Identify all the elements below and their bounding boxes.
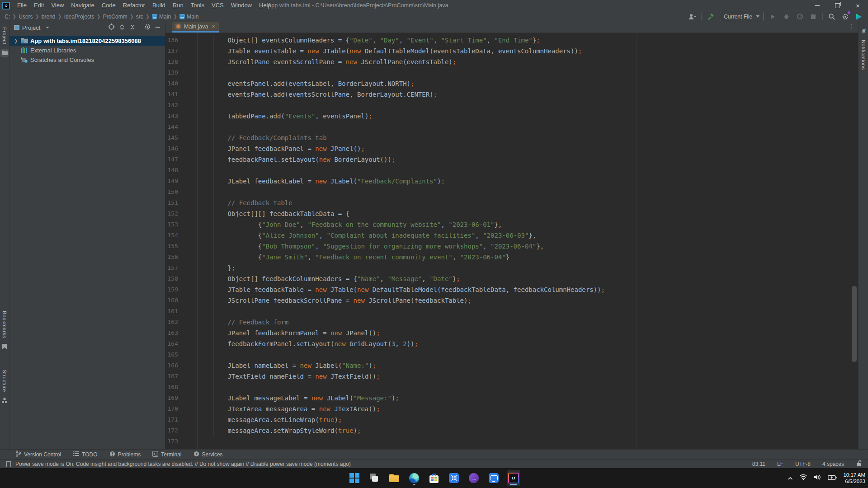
code-editor[interactable]: 136 Object[] eventsColumnHeaders = {"Dat… xyxy=(165,33,858,449)
stripe-project-button[interactable]: Project xyxy=(0,27,9,57)
breadcrumb-item-procomm[interactable]: ProComm xyxy=(102,14,128,20)
code-line-text: feedbackFormPanel.setLayout(new GridLayo… xyxy=(197,338,418,349)
chevron-down-icon xyxy=(46,27,49,28)
line-separator-widget[interactable]: LF xyxy=(777,461,783,467)
run-configuration-select[interactable]: Current File xyxy=(720,12,764,21)
tree-item[interactable]: External Libraries xyxy=(9,46,165,55)
menu-view[interactable]: View xyxy=(47,0,67,11)
breadcrumb-item-main[interactable]: Main xyxy=(179,14,199,20)
battery-charging-icon[interactable] xyxy=(828,474,837,482)
menu-run[interactable]: Run xyxy=(169,0,187,11)
project-view-icon xyxy=(14,25,19,30)
editor-scrollbar[interactable] xyxy=(852,286,857,362)
debug-button[interactable] xyxy=(782,12,791,21)
toolwindow-version-control-button[interactable]: Version Control xyxy=(15,450,61,458)
menu-build[interactable]: Build xyxy=(149,0,169,11)
taskbar-start-icon[interactable] xyxy=(348,470,361,486)
taskbar-app-grid-icon[interactable] xyxy=(448,470,460,486)
close-button[interactable]: × xyxy=(848,0,868,11)
line-number: 147 xyxy=(165,154,197,165)
collapse-all-button[interactable] xyxy=(129,24,136,32)
breadcrumb-item-users[interactable]: Users xyxy=(18,14,33,20)
line-number: 151 xyxy=(165,197,197,208)
taskbar-intellij-icon[interactable]: IJ xyxy=(507,470,520,486)
code-line-text: JTextField nameField = new JTextField(); xyxy=(197,371,380,382)
project-options-button[interactable] xyxy=(144,23,151,32)
breadcrumb-item-ideaprojects[interactable]: IdeaProjects xyxy=(63,14,95,20)
indent-widget[interactable]: 4 spaces xyxy=(822,461,844,467)
unlock-icon[interactable] xyxy=(856,460,862,468)
run-button[interactable] xyxy=(768,12,777,21)
code-line-text: Object[][] feedbackTableData = { xyxy=(197,208,349,219)
menu-window[interactable]: Window xyxy=(227,0,255,11)
tab-close-icon[interactable]: × xyxy=(212,23,215,30)
code-line-text: messageArea.setLineWrap(true); xyxy=(197,414,342,425)
breadcrumb-item-c:[interactable]: C: xyxy=(4,14,11,20)
profiler-button[interactable] xyxy=(795,12,804,21)
menu-file[interactable]: File xyxy=(14,0,30,11)
wifi-icon[interactable] xyxy=(799,474,807,482)
toolwindow-terminal-button[interactable]: Terminal xyxy=(152,451,181,458)
toolwindow-todo-button[interactable]: TODO xyxy=(73,451,97,458)
code-line-text: messageArea.setWrapStyleWord(true); xyxy=(197,425,361,436)
search-everywhere-button[interactable] xyxy=(827,12,836,21)
tray-chevron-up-icon[interactable] xyxy=(788,474,793,482)
taskbar-task-view-icon[interactable] xyxy=(368,470,381,486)
taskbar-edge-icon[interactable] xyxy=(408,470,420,486)
taskbar-clock[interactable]: 10:17 AM 6/5/2023 xyxy=(843,472,865,484)
tab-main-java[interactable]: Main.java × xyxy=(172,22,219,33)
toolwindow-problems-button[interactable]: Problems xyxy=(109,451,141,458)
hide-panel-button[interactable] xyxy=(155,24,160,31)
stripe-notifications-label: Notifications xyxy=(861,40,866,70)
code-line-text: JLabel feedbackLabel = new JLabel("Feedb… xyxy=(197,176,445,187)
taskbar-file-explorer-icon[interactable] xyxy=(388,470,401,486)
taskbar-cast-app-icon[interactable] xyxy=(487,470,500,486)
stripe-structure-button[interactable]: Structure xyxy=(0,370,9,404)
code-line-text: eventsPanel.add(eventsLabel, BorderLayou… xyxy=(197,78,414,89)
menu-navigate[interactable]: Navigate xyxy=(67,0,98,11)
encoding-widget[interactable]: UTF-8 xyxy=(795,461,811,467)
breadcrumb-item-main[interactable]: Main xyxy=(151,14,172,20)
stripe-bookmarks-button[interactable]: Bookmarks xyxy=(0,311,9,351)
line-number: 159 xyxy=(165,284,197,295)
code-line: 165 xyxy=(165,349,858,360)
tree-item[interactable]: iScratches and Consoles xyxy=(9,55,165,65)
menu-code[interactable]: Code xyxy=(98,0,119,11)
code-line: 161 xyxy=(165,306,858,317)
taskbar-store-icon[interactable] xyxy=(428,470,440,486)
stripe-notifications-button[interactable]: Notifications xyxy=(859,27,868,70)
breadcrumb: C:❯Users❯brend❯IdeaProjects❯ProComm❯src❯… xyxy=(0,14,199,20)
windows-taskbar: →IJ 10:17 AM 6/5/2023 xyxy=(0,468,868,488)
settings-button[interactable] xyxy=(841,12,850,21)
status-message[interactable]: Power save mode is On: Code insight and … xyxy=(15,461,351,467)
volume-icon[interactable] xyxy=(814,474,821,482)
minimize-button[interactable] xyxy=(807,0,827,11)
select-opened-file-button[interactable] xyxy=(108,23,115,32)
project-panel-title: Project xyxy=(22,24,40,31)
expand-all-button[interactable] xyxy=(119,24,125,32)
ide-promo-icon[interactable] xyxy=(854,12,863,21)
taskbar-icons: →IJ xyxy=(348,470,520,486)
menu-refactor[interactable]: Refactor xyxy=(119,0,149,11)
editor-tab-bar: Main.java × ⋮ xyxy=(165,22,858,33)
caret-position-widget[interactable]: 83:11 xyxy=(752,461,765,467)
stop-button[interactable] xyxy=(809,12,818,21)
breadcrumb-label: src xyxy=(136,14,143,20)
editor-options-kebab-icon[interactable]: ⋮ xyxy=(848,23,854,30)
toolwindow-services-button[interactable]: Services xyxy=(193,451,223,458)
project-view-select[interactable]: Project xyxy=(14,24,49,31)
taskbar-sync-app-icon[interactable]: → xyxy=(467,470,480,486)
breadcrumb-item-brend[interactable]: brend xyxy=(41,14,57,20)
profile-user-button[interactable] xyxy=(688,12,697,21)
problems-icon xyxy=(109,451,115,458)
menu-vcs[interactable]: VCS xyxy=(208,0,227,11)
tree-expand-chevron-icon[interactable]: ❯ xyxy=(14,38,19,43)
menu-edit[interactable]: Edit xyxy=(30,0,47,11)
build-hammer-button[interactable] xyxy=(706,12,715,21)
code-line: 162 // Feedback form xyxy=(165,317,858,328)
breadcrumb-item-src[interactable]: src xyxy=(135,14,144,20)
tree-item[interactable]: ❯App with tabs.iml1821820422598356088 xyxy=(9,36,165,46)
code-line: 167 JTextField nameField = new JTextFiel… xyxy=(165,371,858,382)
menu-tools[interactable]: Tools xyxy=(187,0,208,11)
restore-button[interactable] xyxy=(827,0,848,11)
